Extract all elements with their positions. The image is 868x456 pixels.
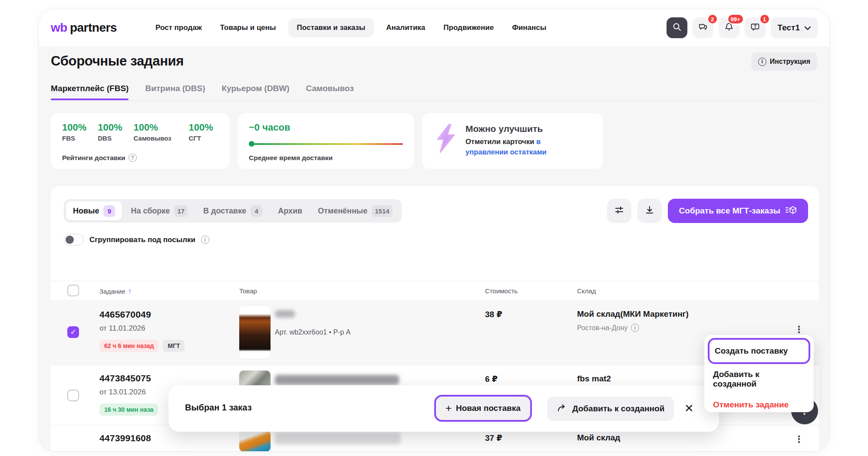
- row2-price: 6 ₽: [485, 374, 498, 384]
- account-menu[interactable]: Тест1: [771, 17, 818, 38]
- row1-order-id: 4465670049: [99, 309, 151, 320]
- download-button[interactable]: [637, 199, 662, 223]
- row2-checkbox[interactable]: [67, 390, 79, 401]
- collect-mgt-orders-button[interactable]: Собрать все МГТ-заказы: [668, 199, 808, 223]
- gauge-marker: [249, 141, 254, 147]
- rating-dbs: 100% DBS: [98, 122, 122, 142]
- filters-button[interactable]: [607, 199, 631, 223]
- rating-pickup: 100% Самовывоз: [134, 122, 172, 142]
- row3-order-id: 4473991608: [99, 433, 151, 443]
- column-price: Стоимость: [485, 287, 518, 295]
- column-product: Товар: [239, 287, 257, 295]
- messages-badge: 2: [707, 14, 718, 24]
- menu-add-to-created[interactable]: Добавить к созданной: [704, 364, 814, 394]
- check-icon: ✓: [70, 328, 76, 337]
- notifications-button[interactable]: 99+: [719, 17, 739, 38]
- instruction-button[interactable]: i Инструкция: [751, 52, 817, 71]
- table-header: Задание↑ Товар Стоимость Склад: [51, 281, 819, 300]
- segment-in-delivery[interactable]: В доставке 4: [196, 201, 269, 220]
- ratings-values: 100% FBS 100% DBS 100% Самовывоз 100% СГ…: [62, 122, 218, 142]
- column-task[interactable]: Задание↑: [99, 287, 132, 296]
- rating-sgt: 100% СГТ: [188, 122, 213, 142]
- group-info-icon[interactable]: i: [201, 236, 209, 244]
- rating-fbs: 100% FBS: [62, 122, 86, 142]
- add-to-created-button[interactable]: Добавить к созданной: [547, 397, 674, 421]
- instruction-label: Инструкция: [770, 58, 810, 66]
- segment-in-delivery-count: 4: [251, 205, 262, 217]
- close-icon[interactable]: ✕: [684, 402, 694, 415]
- nav-analytics[interactable]: Аналитика: [380, 18, 431, 37]
- menu-create-supply[interactable]: Создать поставку: [708, 338, 810, 364]
- segment-new[interactable]: Новые 9: [66, 201, 122, 220]
- row-context-menu: Создать поставку Добавить к созданной От…: [704, 335, 814, 412]
- table-tools: Собрать все МГТ-заказы: [607, 199, 808, 223]
- improve-texts: Можно улучшить Отметили карточки в управ…: [465, 124, 578, 157]
- row1-product-image[interactable]: [239, 306, 271, 359]
- row3-product-name-blurred: [275, 432, 401, 444]
- city-info-icon[interactable]: i: [631, 324, 639, 332]
- nav-promotion[interactable]: Продвижение: [437, 18, 500, 37]
- lightning-icon: [433, 124, 458, 155]
- row1-actions-menu[interactable]: ⋮: [794, 325, 804, 335]
- delivery-time-caption: Среднее время доставки: [249, 154, 333, 162]
- select-all-checkbox[interactable]: [67, 285, 79, 296]
- row3-price: 37 ₽: [485, 433, 502, 443]
- segment-cancelled[interactable]: Отменённые 1514: [311, 201, 399, 220]
- gauge-track: [249, 143, 403, 145]
- header-actions: 2 99+ ? 1 Тест1: [667, 17, 818, 38]
- ratings-caption: Рейтинги доставки ?: [62, 154, 137, 162]
- delivery-ratings-card[interactable]: 100% FBS 100% DBS 100% Самовывоз 100% СГ…: [51, 113, 230, 169]
- row2-warehouse: fbs mat2: [577, 374, 611, 384]
- table-row[interactable]: ✓ 4465670049 от 11.01.2026 62 ч 6 мин на…: [51, 300, 819, 365]
- menu-cancel-task[interactable]: Отменить задание: [704, 394, 814, 415]
- delivery-time-card[interactable]: ~0 часов Среднее время доставки: [238, 113, 414, 169]
- messages-button[interactable]: 2: [693, 17, 713, 38]
- segment-assembling-count: 17: [174, 205, 188, 217]
- delivery-time-value: ~0 часов: [249, 122, 403, 133]
- segment-assembling[interactable]: На сборке 17: [124, 201, 195, 220]
- column-warehouse: Склад: [577, 287, 596, 295]
- tab-courier-dbw[interactable]: Курьером (DBW): [222, 84, 290, 100]
- nav-supplies-orders[interactable]: Поставки и заказы: [288, 18, 374, 37]
- sort-asc-icon[interactable]: ↑: [128, 287, 132, 295]
- box-list-icon: [785, 205, 797, 217]
- tab-vitrina-dbs[interactable]: Витрина (DBS): [145, 84, 205, 100]
- improve-text: Отметили карточки в управлении остатками: [465, 137, 578, 157]
- group-parcels-label: Сгруппировать под посылки: [89, 236, 195, 244]
- group-parcels-toggle[interactable]: [64, 234, 84, 246]
- new-supply-button[interactable]: + Новая поставка: [434, 395, 532, 422]
- segment-new-count: 9: [103, 205, 115, 217]
- nav-goods-prices[interactable]: Товары и цены: [214, 18, 282, 37]
- support-badge: 1: [759, 14, 770, 24]
- notifications-badge: 99+: [727, 14, 744, 24]
- improve-card[interactable]: Можно улучшить Отметили карточки в управ…: [422, 113, 603, 169]
- search-icon: [673, 23, 681, 33]
- row1-mgt-badge: МГТ: [163, 340, 185, 352]
- support-button[interactable]: ? 1: [745, 17, 766, 38]
- search-button[interactable]: [667, 17, 687, 38]
- row1-checkbox[interactable]: ✓: [67, 326, 79, 338]
- row1-warehouse-city: Ростов-на-Дону i: [577, 324, 639, 332]
- main-nav: Рост продаж Товары и цены Поставки и зак…: [149, 9, 552, 46]
- row3-product-image[interactable]: [239, 430, 271, 452]
- tab-marketplace-fbs[interactable]: Маркетплейс (FBS): [51, 84, 129, 100]
- row1-price: 38 ₽: [485, 309, 502, 319]
- segment-archive[interactable]: Архив: [271, 201, 309, 220]
- question-bubble-icon: ?: [750, 22, 760, 34]
- tab-pickup[interactable]: Самовывоз: [306, 84, 354, 100]
- account-name: Тест1: [778, 23, 800, 33]
- status-segments: Новые 9 На сборке 17 В доставке 4 Архив …: [64, 199, 402, 223]
- improve-title: Можно улучшить: [465, 124, 578, 134]
- stats-cards: 100% FBS 100% DBS 100% Самовывоз 100% СГ…: [51, 113, 603, 169]
- wb-partners-logo[interactable]: wbpartners: [51, 21, 117, 35]
- chevron-down-icon: [804, 23, 811, 33]
- nav-sales-growth[interactable]: Рост продаж: [149, 18, 208, 37]
- sliders-icon: [614, 205, 624, 217]
- nav-finance[interactable]: Финансы: [506, 18, 552, 37]
- row1-warehouse: Мой склад(МКИ Маркетинг): [577, 309, 689, 319]
- svg-text:?: ?: [754, 24, 756, 29]
- screenshot-root: wbpartners Рост продаж Товары и цены Пос…: [0, 0, 868, 456]
- row3-actions-menu[interactable]: ⋮: [794, 435, 804, 444]
- question-circle-icon[interactable]: ?: [129, 154, 137, 162]
- row3-warehouse: Мой склад: [577, 433, 620, 443]
